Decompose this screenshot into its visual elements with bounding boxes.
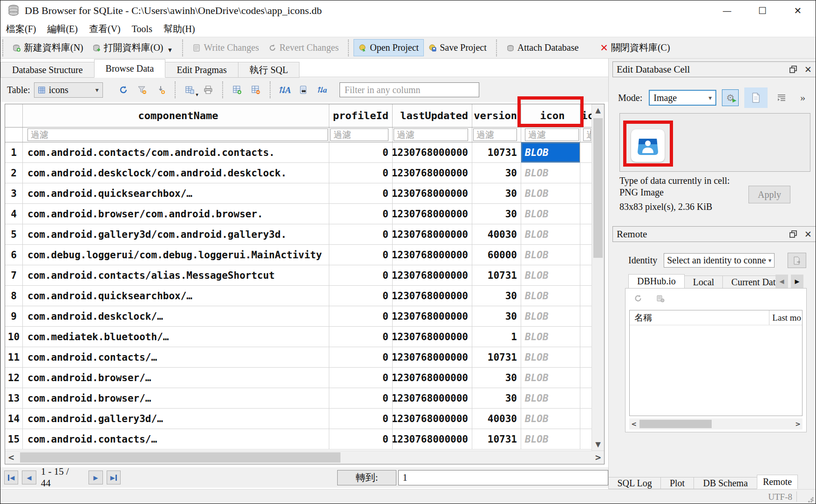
- cell-componentName[interactable]: com.android.quicksearchbox/…: [23, 286, 329, 306]
- menu-edit[interactable]: 編輯(E): [41, 22, 83, 36]
- cell-ic-partial[interactable]: [580, 388, 592, 408]
- cell-version[interactable]: 30: [472, 388, 521, 408]
- cell-version[interactable]: 10731: [472, 142, 521, 162]
- save-project-button[interactable]: Save Project: [424, 40, 491, 56]
- column-header-profileId[interactable]: profileId: [329, 104, 393, 127]
- cell-icon-blob[interactable]: BLOB: [521, 388, 580, 408]
- cell-componentName[interactable]: com.android.gallery3d/…: [23, 409, 329, 429]
- filter-input-componentName[interactable]: 過濾: [27, 128, 328, 141]
- cell-icon-blob[interactable]: BLOB: [521, 224, 580, 244]
- cell-icon-blob[interactable]: BLOB: [521, 347, 580, 367]
- cell-version[interactable]: 10731: [472, 265, 521, 285]
- corner-header[interactable]: [5, 104, 23, 127]
- close-panel-icon[interactable]: ✕: [804, 229, 812, 239]
- menu-file[interactable]: 檔案(F): [0, 22, 41, 36]
- revert-changes-button[interactable]: Revert Changes: [264, 40, 343, 56]
- remote-horizontal-scrollbar[interactable]: < >: [629, 418, 802, 430]
- cell-componentName[interactable]: com.android.deskclock/…: [23, 306, 329, 326]
- sort-ascending-button[interactable]: ⇅A: [275, 81, 294, 98]
- identity-selector[interactable]: Select an identity to conne ▾: [664, 253, 775, 268]
- close-database-button[interactable]: ✕ 關閉資料庫(C): [595, 39, 674, 57]
- cell-ic-partial[interactable]: [580, 183, 592, 203]
- cell-icon-blob[interactable]: BLOB: [521, 183, 580, 203]
- filter-input-lastUpdated[interactable]: 過濾: [394, 128, 468, 141]
- save-filter-button[interactable]: [151, 81, 170, 98]
- cell-profileId[interactable]: 0: [329, 347, 393, 367]
- filter-input-version[interactable]: 過濾: [473, 128, 517, 141]
- cell-profileId[interactable]: 0: [329, 368, 393, 388]
- cell-lastUpdated[interactable]: 1230768000000: [393, 409, 472, 429]
- cell-profileId[interactable]: 0: [329, 388, 393, 408]
- cell-version[interactable]: 30: [472, 183, 521, 203]
- refresh-remote-icon[interactable]: [634, 294, 642, 302]
- scroll-left-icon[interactable]: <: [5, 451, 17, 464]
- resize-grip[interactable]: [808, 497, 814, 503]
- cell-profileId[interactable]: 0: [329, 286, 393, 306]
- row-number[interactable]: 12: [5, 368, 23, 388]
- cell-lastUpdated[interactable]: 1230768000000: [393, 204, 472, 224]
- import-data-button[interactable]: ⚙▶: [722, 89, 739, 106]
- row-number[interactable]: 8: [5, 286, 23, 306]
- next-page-button[interactable]: ▶: [88, 470, 102, 484]
- cell-profileId[interactable]: 0: [329, 245, 393, 265]
- cell-ic-partial[interactable]: [580, 286, 592, 306]
- cell-profileId[interactable]: 0: [329, 306, 393, 326]
- cell-version[interactable]: 30: [472, 306, 521, 326]
- tab-scroll-right-icon[interactable]: ▶: [791, 275, 803, 288]
- row-number[interactable]: 5: [5, 224, 23, 244]
- cell-ic-partial[interactable]: [580, 163, 592, 183]
- cell-version[interactable]: 30: [472, 163, 521, 183]
- more-options-icon[interactable]: »: [800, 92, 805, 104]
- cell-profileId[interactable]: 0: [329, 265, 393, 285]
- refresh-button[interactable]: [114, 81, 133, 98]
- minimize-button[interactable]: —: [709, 0, 745, 21]
- cell-componentName[interactable]: com.android.browser/com.android.browser.: [23, 204, 329, 224]
- cell-lastUpdated[interactable]: 1230768000000: [393, 163, 472, 183]
- cell-lastUpdated[interactable]: 1230768000000: [393, 183, 472, 203]
- delete-record-button[interactable]: [246, 81, 265, 98]
- tab-browse-data[interactable]: Browse Data: [94, 59, 166, 78]
- column-header-version[interactable]: version: [472, 104, 521, 127]
- global-filter-input[interactable]: Filter in any column: [340, 82, 479, 97]
- cell-componentName[interactable]: com.android.contacts/…: [23, 429, 329, 449]
- cell-ic-partial[interactable]: [580, 327, 592, 347]
- cell-profileId[interactable]: 0: [329, 142, 393, 162]
- close-panel-icon[interactable]: ✕: [804, 64, 812, 74]
- clone-database-icon[interactable]: [656, 294, 665, 302]
- text-mode-button[interactable]: [744, 87, 768, 108]
- menu-tools[interactable]: Tools: [126, 23, 158, 35]
- cell-version[interactable]: 10731: [472, 429, 521, 449]
- cell-profileId[interactable]: 0: [329, 224, 393, 244]
- cell-icon-blob[interactable]: BLOB: [521, 409, 580, 429]
- cell-ic-partial[interactable]: [580, 409, 592, 429]
- dock-tab-sql-log[interactable]: SQL Log: [608, 477, 661, 489]
- cell-lastUpdated[interactable]: 1230768000000: [393, 306, 472, 326]
- open-database-dropdown-caret[interactable]: ▼: [167, 47, 173, 54]
- cell-profileId[interactable]: 0: [329, 183, 393, 203]
- cell-componentName[interactable]: com.android.contacts/…: [23, 347, 329, 367]
- scroll-down-icon[interactable]: ▼: [592, 438, 604, 450]
- cell-icon-blob[interactable]: BLOB: [521, 306, 580, 326]
- cell-version[interactable]: 10731: [472, 347, 521, 367]
- scroll-left-icon[interactable]: <: [629, 418, 639, 430]
- horizontal-scroll-thumb[interactable]: [20, 452, 340, 463]
- row-number[interactable]: 7: [5, 265, 23, 285]
- cell-componentName[interactable]: com.debug.loggerui/com.debug.loggerui.Ma…: [23, 245, 329, 265]
- cell-lastUpdated[interactable]: 1230768000000: [393, 286, 472, 306]
- row-number[interactable]: 11: [5, 347, 23, 367]
- cell-lastUpdated[interactable]: 1230768000000: [393, 245, 472, 265]
- column-header-componentName[interactable]: componentName: [23, 104, 329, 127]
- cell-icon-blob[interactable]: BLOB: [521, 142, 580, 162]
- cell-ic-partial[interactable]: [580, 265, 592, 285]
- row-number[interactable]: 6: [5, 245, 23, 265]
- dock-tab-db-schema[interactable]: DB Schema: [694, 477, 757, 489]
- find-in-table-button[interactable]: [294, 81, 313, 98]
- row-number[interactable]: 10: [5, 327, 23, 347]
- scroll-right-icon[interactable]: >: [793, 418, 802, 430]
- cell-componentName[interactable]: com.android.contacts/com.android.contact…: [23, 142, 329, 162]
- sort-descending-button[interactable]: ⇅a: [313, 81, 331, 98]
- maximize-button[interactable]: ☐: [745, 0, 780, 21]
- remote-scroll-thumb[interactable]: [639, 420, 712, 428]
- filter-input-icon[interactable]: 過濾: [525, 128, 579, 141]
- float-panel-icon[interactable]: [789, 230, 797, 238]
